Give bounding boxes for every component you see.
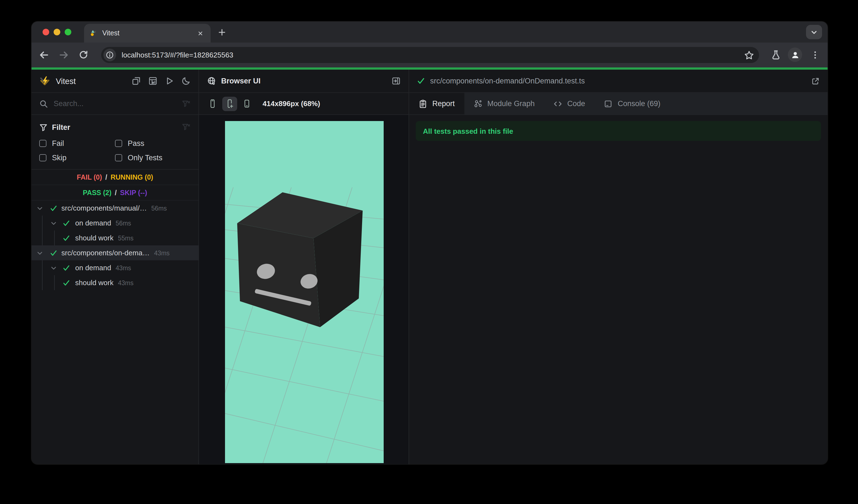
close-window-button[interactable] xyxy=(43,29,49,35)
test-suite-name: on demand xyxy=(75,264,111,272)
tree-indent-guide xyxy=(42,230,43,245)
test-duration: 56ms xyxy=(115,220,131,226)
forward-button[interactable] xyxy=(57,48,70,61)
device-viewport xyxy=(225,121,384,463)
tab-report[interactable]: Report xyxy=(409,93,464,114)
filter-section: Filter Fail Pass xyxy=(32,115,198,170)
run-all-play-icon[interactable] xyxy=(165,76,174,86)
skip-count: SKIP (--) xyxy=(120,189,147,196)
tab-label: Module Graph xyxy=(487,99,535,108)
window-controls xyxy=(43,29,71,35)
report-icon xyxy=(418,99,427,108)
filter-option-fail[interactable]: Fail xyxy=(39,139,115,148)
preview-area xyxy=(199,115,409,464)
open-external-icon[interactable] xyxy=(811,77,820,85)
tab-code[interactable]: Code xyxy=(544,93,594,114)
test-case-row[interactable]: should work 43ms xyxy=(32,275,198,290)
tree-indent-guide xyxy=(42,275,43,290)
device-add-button[interactable] xyxy=(222,96,237,111)
dashboard-icon[interactable] xyxy=(148,76,158,86)
page-accent-bar xyxy=(32,67,828,70)
filter-option-only-tests[interactable]: Only Tests xyxy=(115,153,191,162)
experiments-flask-icon[interactable] xyxy=(769,48,782,61)
chevron-down-icon[interactable] xyxy=(36,204,44,212)
tab-module-graph[interactable]: Module Graph xyxy=(464,93,544,114)
tree-indent-guide xyxy=(54,230,55,245)
address-bar[interactable]: localhost:5173/#/?file=1828625563 xyxy=(101,47,759,63)
test-suite-row[interactable]: on demand 43ms xyxy=(32,260,198,275)
close-tab-icon[interactable] xyxy=(196,29,205,38)
pass-check-icon xyxy=(62,264,70,272)
tab-console[interactable]: Console (69) xyxy=(594,93,670,114)
checkbox-pass[interactable] xyxy=(115,140,122,147)
tab-label: Report xyxy=(432,99,455,108)
filter-label: Only Tests xyxy=(128,153,162,162)
test-suite-row[interactable]: on demand 56ms xyxy=(32,215,198,230)
back-button[interactable] xyxy=(37,48,50,61)
fullscreen-window-button[interactable] xyxy=(65,29,71,35)
summary-row-1: FAIL (0) / RUNNING (0) xyxy=(32,170,198,185)
filter-funnel-icon xyxy=(39,123,48,131)
vitest-ui: Vitest xyxy=(32,70,828,464)
results-header: src/components/on-demand/OnDemand.test.t… xyxy=(409,70,828,93)
test-tree: src/components/manual/… 56ms on demand 5… xyxy=(32,200,198,464)
checkbox-skip[interactable] xyxy=(39,154,46,161)
bookmark-star-icon[interactable] xyxy=(744,49,754,61)
reload-button[interactable] xyxy=(77,48,90,61)
filter-label: Fail xyxy=(52,139,64,148)
test-case-name: should work xyxy=(75,278,114,287)
test-case-row[interactable]: should work 55ms xyxy=(32,230,198,245)
url-text[interactable]: localhost:5173/#/?file=1828625563 xyxy=(122,51,744,59)
summary-row-2: PASS (2) / SKIP (--) xyxy=(32,185,198,200)
profile-avatar[interactable] xyxy=(788,48,802,62)
filter-label: Skip xyxy=(52,153,67,162)
tree-indent-guide xyxy=(54,275,55,290)
clear-filter-icon[interactable] xyxy=(182,99,191,108)
checkbox-fail[interactable] xyxy=(39,140,46,147)
clear-filter-icon[interactable] xyxy=(182,123,191,131)
pass-check-icon xyxy=(417,77,425,85)
preview-header: Browser UI xyxy=(199,70,409,93)
chevron-down-icon[interactable] xyxy=(50,219,58,227)
search-input[interactable] xyxy=(54,99,182,108)
hide-panel-icon[interactable] xyxy=(392,76,401,86)
browser-menu-kebab-icon[interactable] xyxy=(808,48,822,61)
test-duration: 43ms xyxy=(118,279,133,286)
report-body: All tests passed in this file xyxy=(409,115,828,464)
dark-mode-moon-icon[interactable] xyxy=(181,76,191,86)
filter-title: Filter xyxy=(52,123,182,131)
summary-separator: / xyxy=(115,189,117,196)
browser-tab[interactable]: Vitest xyxy=(84,24,211,43)
new-tab-button[interactable] xyxy=(215,26,229,39)
filter-title-row: Filter xyxy=(39,120,191,134)
checkbox-only-tests[interactable] xyxy=(115,154,122,161)
pass-check-icon xyxy=(62,219,70,227)
preview-title: Browser UI xyxy=(221,77,392,85)
device-phone-home-icon xyxy=(243,99,251,108)
test-file-name: src/components/on-dema… xyxy=(61,249,149,257)
person-icon xyxy=(790,50,800,60)
tab-label: Console (69) xyxy=(618,99,661,108)
collapse-panels-icon[interactable] xyxy=(131,76,141,86)
test-file-row[interactable]: src/components/manual/… 56ms xyxy=(32,200,198,215)
filter-option-pass[interactable]: Pass xyxy=(115,139,191,148)
test-file-path: src/components/on-demand/OnDemand.test.t… xyxy=(430,77,811,85)
search-icon xyxy=(39,99,48,108)
tab-search-button[interactable] xyxy=(806,25,822,39)
device-small-button[interactable] xyxy=(205,96,220,111)
test-suite-name: on demand xyxy=(75,219,111,227)
device-rotate-button[interactable] xyxy=(239,96,254,111)
chevron-down-icon xyxy=(810,29,817,36)
test-duration: 43ms xyxy=(115,264,131,271)
summary-separator: / xyxy=(105,173,107,181)
test-file-row-selected[interactable]: src/components/on-dema… 43ms xyxy=(32,245,198,260)
filter-option-skip[interactable]: Skip xyxy=(39,153,115,162)
test-duration: 56ms xyxy=(151,205,167,211)
site-info-button[interactable] xyxy=(104,49,116,61)
vitest-favicon xyxy=(90,29,97,37)
pass-check-icon xyxy=(50,204,58,212)
chevron-down-icon[interactable] xyxy=(50,264,58,272)
results-panel: src/components/on-demand/OnDemand.test.t… xyxy=(409,70,828,464)
chevron-down-icon[interactable] xyxy=(36,249,44,257)
minimize-window-button[interactable] xyxy=(54,29,60,35)
